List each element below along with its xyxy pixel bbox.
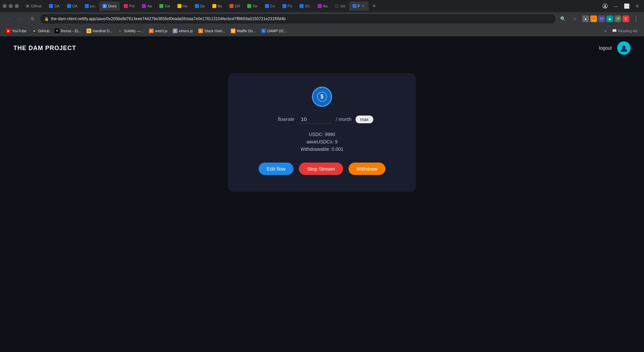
new-tab-button[interactable]: + <box>369 1 379 11</box>
main-card: $ flowrate / month max USDC: 9990 aaveUS… <box>228 73 416 192</box>
damp-favicon: D <box>261 29 266 33</box>
stop-stream-button[interactable]: Stop Stream <box>299 163 343 175</box>
browser-menu-button[interactable]: ⋮ <box>632 15 640 23</box>
tab-favicon-er <box>229 4 233 8</box>
app-header: THE DAM PROJECT logout <box>0 36 644 60</box>
tab-da2[interactable]: DA <box>64 1 81 11</box>
address-bar: ← → ↻ 🔒 the-dam-client.netlify.app/aave/… <box>0 12 644 26</box>
ext-icon-teal[interactable]: ◆ <box>606 15 613 22</box>
tab-po[interactable]: Po <box>279 1 296 11</box>
tab-close-icon[interactable]: ✕ <box>361 4 365 8</box>
bookmark-solidity[interactable]: S Solidity —... <box>116 28 146 34</box>
tab-prc[interactable]: prc <box>82 1 99 11</box>
window-controls: — ⬜ ✕ <box>601 2 641 10</box>
minimize-button[interactable]: — <box>612 2 620 10</box>
flowrate-input[interactable] <box>298 115 332 124</box>
flowrate-label: flowrate <box>271 117 294 122</box>
tab-github[interactable]: ⟳ Github <box>22 1 45 11</box>
github-favicon: ● <box>32 29 37 33</box>
usdc-info: USDC: 9990 <box>309 132 335 137</box>
token-icon: $ <box>312 87 332 107</box>
bookmarks-bar: ▶ YouTube ● GitHub R Remix - Et... H Har… <box>0 26 644 36</box>
logout-button[interactable]: logout <box>599 45 612 51</box>
tab-favicon-docs: D <box>103 4 107 8</box>
bookmark-ethersjs[interactable]: E ethers.js <box>171 28 195 34</box>
tab-favicon-pol <box>124 4 128 8</box>
bookmark-remix[interactable]: R Remix - Et... <box>53 28 83 34</box>
tab-favicon-aa2 <box>318 4 322 8</box>
withdraw-button[interactable]: Withdraw <box>348 163 386 175</box>
edit-flow-button[interactable]: Edit flow <box>259 163 294 175</box>
back-button[interactable]: ← <box>4 14 13 24</box>
tab-docs[interactable]: D Docs <box>99 1 120 11</box>
tab-bar: ⟳ Github DA DA prc D Docs Pol Aa S <box>0 0 644 12</box>
tab-aa2[interactable]: Aa <box>314 1 331 11</box>
bookmark-waffle[interactable]: W Waffle Do... <box>229 28 258 34</box>
tab-favicon-sul <box>159 4 163 8</box>
tab-favicon-do <box>195 4 199 8</box>
web3js-favicon: W <box>149 29 154 33</box>
tab-do[interactable]: Do <box>192 1 208 11</box>
tab-dc[interactable]: DC <box>296 1 314 11</box>
forward-button[interactable]: → <box>16 14 25 24</box>
tab-favicon-ba <box>212 4 216 8</box>
close-button[interactable]: ✕ <box>633 2 641 10</box>
stackoverflow-favicon: S <box>198 29 203 33</box>
flowrate-row: flowrate / month max <box>248 115 396 124</box>
tab-favicon-ne <box>247 4 251 8</box>
tab-er[interactable]: ER <box>226 1 243 11</box>
ext-icon-1[interactable]: ● <box>582 15 589 22</box>
ethersjs-favicon: E <box>173 29 177 33</box>
reload-button[interactable]: ↻ <box>28 14 38 24</box>
tab-favicon-aa1 <box>142 4 146 8</box>
extensions-button[interactable]: 🧩 <box>614 15 621 22</box>
maximize-button[interactable]: ⬜ <box>623 2 631 10</box>
tab-sul[interactable]: Sul <box>156 1 173 11</box>
withdrawable-info: Withdrawable: 0.001 <box>301 146 343 152</box>
bookmark-web3js[interactable]: W web3.js <box>147 28 169 34</box>
url-actions: 🔍 ☆ <box>558 14 580 24</box>
solidity-favicon: S <box>118 29 122 33</box>
url-bar[interactable]: 🔒 the-dam-client.netlify.app/aave/0x2058… <box>40 14 555 24</box>
svg-point-2 <box>622 45 626 49</box>
tab-ha[interactable]: Ha <box>174 1 191 11</box>
bookmark-hardhat[interactable]: H Hardhat D... <box>85 28 114 34</box>
tab-co[interactable]: Co <box>262 1 278 11</box>
bookmarks-more-button[interactable]: » <box>603 28 608 34</box>
tab-pol[interactable]: Pol <box>120 1 138 11</box>
search-icon[interactable]: 🔍 <box>558 14 568 24</box>
tab-aa1[interactable]: Aa <box>139 1 155 11</box>
ext-icon-red[interactable]: E <box>623 15 629 22</box>
star-icon[interactable]: ☆ <box>570 14 580 24</box>
remix-favicon: R <box>55 29 59 33</box>
minimize-dot <box>3 4 7 8</box>
profile-icon[interactable] <box>601 2 609 10</box>
bookmark-damp[interactable]: D DAMP DC... <box>259 28 289 34</box>
info-section: USDC: 9990 aaveUSDCx: 9 Withdrawable: 0.… <box>301 132 343 152</box>
tab-favicon-da1 <box>49 4 53 8</box>
lock-icon: 🔒 <box>44 17 49 21</box>
tab-favicon-git <box>335 4 339 8</box>
flowrate-unit: / month <box>336 117 352 122</box>
extension-icons: ● 🦊 🛡 ◆ 🧩 E <box>582 15 629 22</box>
action-buttons: Edit flow Stop Stream Withdraw <box>259 163 386 175</box>
tab-ba[interactable]: Ba <box>209 1 225 11</box>
browser-chrome: ⟳ Github DA DA prc D Docs Pol Aa S <box>0 0 644 36</box>
app-content: THE DAM PROJECT logout $ flowrate / mont… <box>0 36 644 352</box>
max-button[interactable]: max <box>356 116 373 123</box>
maximize-dot <box>9 4 13 8</box>
hardhat-favicon: H <box>87 29 91 33</box>
reading-list-button[interactable]: 📖 Reading list <box>609 28 640 34</box>
bookmark-youtube[interactable]: ▶ YouTube <box>4 28 29 34</box>
tab-favicon-po <box>282 4 286 8</box>
tab-ne[interactable]: Ne <box>244 1 261 11</box>
metamask-icon[interactable]: 🦊 <box>590 15 597 22</box>
bookmark-stackoverflow[interactable]: S Stack Over... <box>196 28 227 34</box>
tab-da1[interactable]: DA <box>46 1 63 11</box>
bookmark-github[interactable]: ● GitHub <box>30 28 51 34</box>
shield-icon[interactable]: 🛡 <box>598 15 605 22</box>
tab-git[interactable]: Git <box>331 1 348 11</box>
tab-f[interactable]: F ✕ <box>349 1 369 11</box>
avatar[interactable] <box>617 41 631 55</box>
aave-usdc-info: aaveUSDCx: 9 <box>307 139 338 144</box>
